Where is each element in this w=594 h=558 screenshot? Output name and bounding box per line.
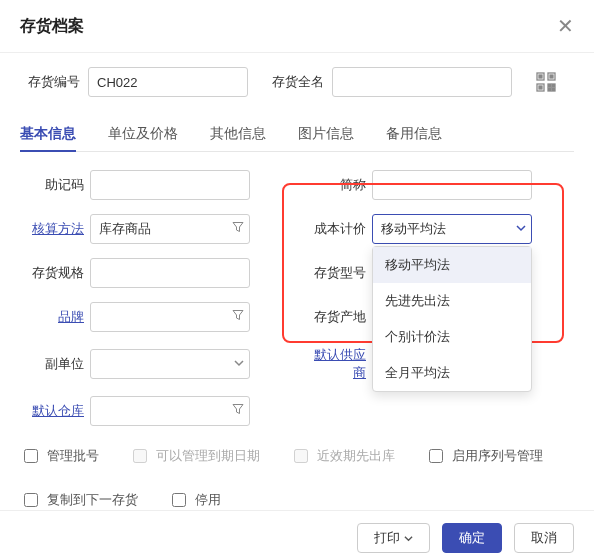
print-label: 打印 bbox=[374, 529, 400, 547]
check-row-2: 复制到下一存货 停用 bbox=[20, 490, 574, 510]
check-disable-label: 停用 bbox=[195, 491, 221, 509]
alt-unit-label: 副单位 bbox=[20, 355, 84, 373]
row-mnemonic: 助记码 bbox=[20, 170, 292, 200]
warehouse-input[interactable] bbox=[90, 396, 250, 426]
method-input[interactable] bbox=[90, 214, 250, 244]
check-batch-label: 管理批号 bbox=[47, 447, 99, 465]
check-disable-box[interactable] bbox=[172, 493, 186, 507]
cost-select[interactable] bbox=[372, 214, 532, 244]
modal-body: 存货编号 存货全名 基本信息 单位及价格 其他信息 图片信息 bbox=[0, 53, 594, 510]
modal-header: 存货档案 ✕ bbox=[0, 0, 594, 53]
check-near-label: 近效期先出库 bbox=[317, 447, 395, 465]
modal-title: 存货档案 bbox=[20, 16, 84, 37]
svg-rect-5 bbox=[539, 86, 542, 89]
close-icon[interactable]: ✕ bbox=[557, 14, 574, 38]
dropdown-option[interactable]: 全月平均法 bbox=[373, 355, 531, 391]
check-row-1: 管理批号 可以管理到期日期 近效期先出库 启用序列号管理 bbox=[20, 446, 574, 466]
fullname-input[interactable] bbox=[332, 67, 512, 97]
warehouse-label[interactable]: 默认仓库 bbox=[20, 402, 84, 420]
check-expiry-label: 可以管理到期日期 bbox=[156, 447, 260, 465]
check-serial-box[interactable] bbox=[429, 449, 443, 463]
shortname-input[interactable] bbox=[372, 170, 532, 200]
svg-rect-6 bbox=[548, 84, 551, 87]
check-near-expiry: 近效期先出库 bbox=[290, 446, 395, 466]
svg-rect-9 bbox=[552, 88, 555, 91]
tab-unit-price[interactable]: 单位及价格 bbox=[108, 117, 178, 151]
check-copy-label: 复制到下一存货 bbox=[47, 491, 138, 509]
form-grid: 助记码 简称 核算方法 成本计价 bbox=[20, 170, 574, 426]
row-alt-unit: 副单位 bbox=[20, 346, 292, 382]
tab-basic[interactable]: 基本信息 bbox=[20, 117, 76, 151]
field-fullname: 存货全名 bbox=[268, 67, 512, 97]
row-default-warehouse: 默认仓库 bbox=[20, 396, 292, 426]
tab-other[interactable]: 其他信息 bbox=[210, 117, 266, 151]
svg-rect-3 bbox=[550, 75, 553, 78]
row-method: 核算方法 bbox=[20, 214, 292, 244]
model-label: 存货型号 bbox=[302, 264, 366, 282]
supplier-label[interactable]: 默认供应商 bbox=[302, 346, 366, 382]
check-near-box bbox=[294, 449, 308, 463]
svg-rect-7 bbox=[552, 84, 555, 87]
modal-footer: 打印 确定 取消 bbox=[0, 510, 594, 558]
row-spec: 存货规格 bbox=[20, 258, 292, 288]
svg-rect-8 bbox=[548, 88, 551, 91]
spec-input[interactable] bbox=[90, 258, 250, 288]
dropdown-option[interactable]: 移动平均法 bbox=[373, 247, 531, 283]
cost-label: 成本计价 bbox=[302, 220, 366, 238]
mnemonic-input[interactable] bbox=[90, 170, 250, 200]
cancel-button[interactable]: 取消 bbox=[514, 523, 574, 553]
check-copy-box[interactable] bbox=[24, 493, 38, 507]
dropdown-option[interactable]: 先进先出法 bbox=[373, 283, 531, 319]
check-copy-next[interactable]: 复制到下一存货 bbox=[20, 490, 138, 510]
code-label: 存货编号 bbox=[20, 73, 80, 91]
code-input[interactable] bbox=[88, 67, 248, 97]
check-serial-label: 启用序列号管理 bbox=[452, 447, 543, 465]
mnemonic-label: 助记码 bbox=[20, 176, 84, 194]
alt-unit-select[interactable] bbox=[90, 349, 250, 379]
ok-button[interactable]: 确定 bbox=[442, 523, 502, 553]
check-disable[interactable]: 停用 bbox=[168, 490, 221, 510]
inventory-modal: 存货档案 ✕ 存货编号 存货全名 bbox=[0, 0, 594, 558]
top-row: 存货编号 存货全名 bbox=[20, 67, 574, 97]
brand-input[interactable] bbox=[90, 302, 250, 332]
check-expiry: 可以管理到期日期 bbox=[129, 446, 260, 466]
tab-image[interactable]: 图片信息 bbox=[298, 117, 354, 151]
print-button[interactable]: 打印 bbox=[357, 523, 430, 553]
row-shortname: 简称 bbox=[302, 170, 574, 200]
tabs: 基本信息 单位及价格 其他信息 图片信息 备用信息 bbox=[20, 117, 574, 152]
field-code: 存货编号 bbox=[20, 67, 248, 97]
chevron-down-icon bbox=[404, 534, 413, 543]
row-cost-method: 成本计价 移动平均法 先进先出法 个别计价法 全月平均法 bbox=[302, 214, 574, 244]
check-serial[interactable]: 启用序列号管理 bbox=[425, 446, 543, 466]
check-expiry-box bbox=[133, 449, 147, 463]
spec-label: 存货规格 bbox=[20, 264, 84, 282]
dropdown-option[interactable]: 个别计价法 bbox=[373, 319, 531, 355]
brand-label[interactable]: 品牌 bbox=[20, 308, 84, 326]
row-brand: 品牌 bbox=[20, 302, 292, 332]
check-batch[interactable]: 管理批号 bbox=[20, 446, 99, 466]
svg-rect-1 bbox=[539, 75, 542, 78]
origin-label: 存货产地 bbox=[302, 308, 366, 326]
fullname-label: 存货全名 bbox=[268, 73, 324, 91]
cost-dropdown-menu: 移动平均法 先进先出法 个别计价法 全月平均法 bbox=[372, 246, 532, 392]
shortname-label: 简称 bbox=[302, 176, 366, 194]
method-label[interactable]: 核算方法 bbox=[20, 220, 84, 238]
tab-reserve[interactable]: 备用信息 bbox=[386, 117, 442, 151]
check-batch-box[interactable] bbox=[24, 449, 38, 463]
qrcode-icon[interactable] bbox=[532, 68, 560, 96]
